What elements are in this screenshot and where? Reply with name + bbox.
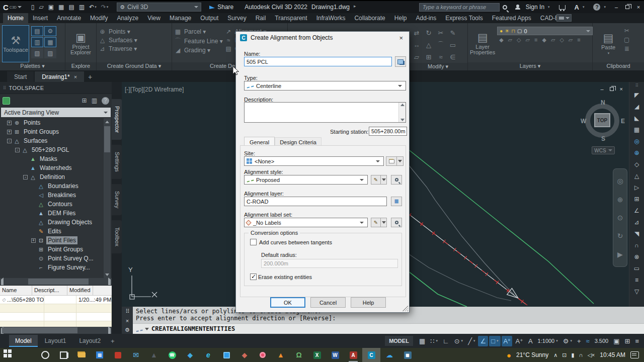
clipboard-tool-icon[interactable]: ≣ <box>624 45 629 52</box>
style-options-caret[interactable] <box>380 175 387 185</box>
tree-item[interactable]: ⊞ Point Groups <box>0 245 104 254</box>
search-icon[interactable] <box>503 5 507 10</box>
cone-app-icon[interactable]: ▲ <box>145 348 163 362</box>
list-hscrollbar[interactable] <box>0 327 112 334</box>
polar-tracking-icon[interactable]: ⊙ ▾ <box>452 336 465 346</box>
list-row[interactable] <box>0 304 112 313</box>
tree-toggle-icon[interactable]: - <box>7 139 12 143</box>
command-grip-icon[interactable]: ⠿ <box>125 308 129 315</box>
command-close-icon[interactable]: × <box>126 318 129 324</box>
tree-item[interactable]: - △ Surfaces <box>0 136 104 145</box>
layer-tool-icon[interactable]: ▱ <box>508 37 512 43</box>
vlc-icon[interactable]: ▲ <box>272 348 290 362</box>
isometric-drafting-icon[interactable]: ╱ ▾ <box>466 336 477 346</box>
tree-item[interactable]: △ Boundaries <box>0 182 104 191</box>
cancel-button[interactable]: Cancel <box>310 297 346 308</box>
ribbon-tool[interactable]: ⊕Points ▾ <box>99 28 137 35</box>
alignment-style-dropdown[interactable]: Proposed <box>244 175 368 185</box>
transparent-command-icon[interactable]: ▭ <box>629 262 644 274</box>
tree-item[interactable]: - △ 505+280 PGL <box>0 145 104 154</box>
clipboard-tool-icon[interactable]: ▢ <box>624 36 629 43</box>
workspace-icon[interactable]: ▣ <box>611 336 621 346</box>
new-site-button[interactable] <box>386 156 397 166</box>
tree-toggle-icon[interactable]: - <box>23 175 28 179</box>
scrollbar-thumb[interactable] <box>2 327 77 333</box>
chevron-down-icon[interactable] <box>358 218 365 227</box>
file-tab[interactable]: Start <box>7 71 34 82</box>
modify-tool-icon[interactable]: ∈ <box>447 51 459 63</box>
transparent-command-icon[interactable]: ∠ <box>629 205 644 216</box>
modify-tool-icon[interactable]: ⊞ <box>423 51 435 63</box>
object-snap-tracking-icon[interactable]: ∠ <box>478 336 488 346</box>
label-set-preview-button[interactable] <box>391 218 402 227</box>
tree-item[interactable]: + ⊡ Point Files <box>0 236 104 245</box>
sign-in-caret-icon[interactable]: ▾ <box>548 5 550 9</box>
alignment-layer-field[interactable]: C-ROAD <box>244 197 387 206</box>
add-curves-checkbox[interactable] <box>250 239 257 245</box>
palette-toggle-icon[interactable]: ⚙ <box>44 26 56 36</box>
print-icon[interactable]: ▥ <box>77 3 86 11</box>
modify-tool-icon[interactable]: ✎ <box>447 27 459 39</box>
new-layout-button[interactable]: + <box>107 337 119 345</box>
grid-display-icon[interactable]: ▦ <box>417 336 427 346</box>
ribbon-tab[interactable]: Rail <box>251 13 271 23</box>
drawing-minimize-button[interactable]: – <box>600 86 603 92</box>
ribbon-tool[interactable]: ⊿Traverse ▾ <box>99 45 137 52</box>
transparent-command-icon[interactable]: ⊿ <box>629 216 644 228</box>
pan-icon[interactable]: ⊕ <box>617 196 623 204</box>
search-icon[interactable] <box>18 348 36 362</box>
task-view-icon[interactable] <box>54 348 72 362</box>
layers-panel-label[interactable]: Layers ▾ <box>468 62 592 70</box>
ribbon-tab[interactable]: Modify <box>86 13 112 23</box>
layer-tool-icon[interactable]: ◇ <box>517 37 521 43</box>
edge-icon[interactable]: e <box>199 348 217 362</box>
workspace-dropdown[interactable]: ⚙ Civil 3D <box>117 3 201 12</box>
annotation-visibility-icon[interactable]: A° <box>502 336 513 346</box>
toolspace-tab[interactable]: Survey <box>112 184 122 215</box>
object-snap-icon[interactable]: □ ▾ <box>489 336 500 346</box>
list-row[interactable] <box>0 313 112 321</box>
layer-tool-icon[interactable]: ◆ <box>499 37 503 43</box>
transparent-command-icon[interactable]: ⊞ <box>629 193 644 205</box>
dialog-title-bar[interactable]: C Create Alignment from Objects × <box>236 32 409 44</box>
tree-toggle-icon[interactable]: - <box>15 148 20 152</box>
cart-icon[interactable] <box>559 5 566 10</box>
name-template-button[interactable] <box>395 56 406 67</box>
create-ground-data-label[interactable]: Create Ground Data ▾ <box>97 62 172 70</box>
transparent-command-icon[interactable]: ≡ <box>629 274 644 286</box>
save-icon[interactable]: ▣ <box>47 3 55 11</box>
wifi-icon[interactable]: ∩ <box>579 352 583 358</box>
wcs-dropdown[interactable]: WCS <box>592 146 615 154</box>
zoom-icon[interactable]: ⊙ <box>617 214 623 222</box>
scrollbar-thumb[interactable] <box>28 279 89 285</box>
palette-toggle-icon[interactable]: ▨ <box>44 48 56 58</box>
recent-commands-caret-icon[interactable] <box>145 328 149 330</box>
ribbon-tool[interactable]: ▦Parcel ▾ <box>174 28 223 35</box>
modify-tool-icon[interactable]: ↔ <box>411 39 423 51</box>
transparent-command-icon[interactable]: ◣ <box>629 112 644 124</box>
redo-icon[interactable]: ↷▾ <box>100 3 110 11</box>
mail-icon[interactable]: ✉ <box>127 348 145 362</box>
ribbon-tab[interactable]: Help <box>390 13 412 23</box>
modify-tool-icon[interactable]: ≈ <box>435 51 447 63</box>
battery-icon[interactable]: ▮ <box>571 352 574 358</box>
onedrive-icon[interactable]: ☁ <box>380 348 398 362</box>
style-preview-button[interactable] <box>391 175 402 185</box>
edit-style-button[interactable]: ✎ <box>371 175 381 185</box>
tree-item[interactable]: ▲ DEM Files <box>0 209 104 218</box>
excel-icon[interactable]: X <box>308 348 326 362</box>
diamond-app-icon[interactable]: ◆ <box>235 348 254 362</box>
ribbon-tab[interactable]: Express Tools <box>441 13 487 23</box>
list-column-header[interactable]: Name <box>0 286 32 295</box>
status-menu-icon[interactable]: ≡ <box>633 336 641 346</box>
transparent-command-icon[interactable]: ▦ <box>629 124 644 135</box>
elevation-label[interactable]: 3.500 <box>593 336 611 345</box>
chevron-down-icon[interactable] <box>396 81 404 90</box>
transparent-command-icon[interactable]: ◥ <box>629 228 644 239</box>
view-mode-dropdown[interactable]: Active Drawing View <box>1 108 111 117</box>
modify-tool-icon[interactable]: ▱ <box>411 51 423 63</box>
transparent-command-icon[interactable]: ▷ <box>629 182 644 193</box>
tree-hscrollbar[interactable] <box>0 278 112 285</box>
viewcube-south[interactable]: S <box>601 135 605 142</box>
tree-item[interactable]: ▲ Watersheds <box>0 163 104 172</box>
